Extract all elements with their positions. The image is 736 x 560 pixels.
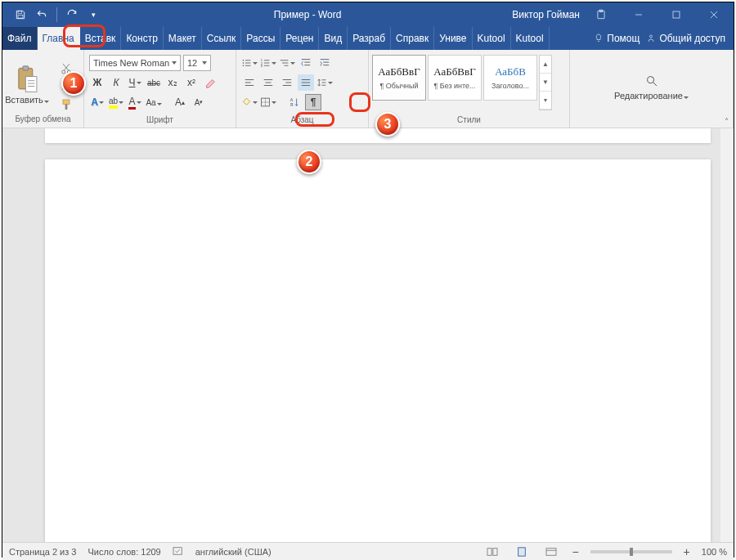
shading-icon[interactable]: [241, 94, 258, 110]
styles-more-icon[interactable]: ▾: [540, 92, 551, 110]
status-proofing-icon[interactable]: [173, 546, 184, 558]
group-font: Times New Roman 12 Ж К Ч abc x₂ x² A: [84, 50, 236, 128]
font-color-icon[interactable]: A: [127, 94, 143, 110]
tab-home[interactable]: Главна: [38, 27, 80, 50]
tab-help[interactable]: Справк: [391, 27, 434, 50]
grow-font-icon[interactable]: A▴: [172, 94, 188, 110]
group-clipboard-label: Буфер обмена: [2, 114, 83, 128]
clear-formatting-icon[interactable]: [202, 74, 218, 91]
underline-button[interactable]: Ч: [127, 74, 143, 91]
highlight-icon[interactable]: ab: [108, 94, 124, 110]
superscript-button[interactable]: x²: [183, 74, 200, 91]
share-icon: [646, 34, 656, 43]
zoom-out-button[interactable]: −: [572, 545, 578, 558]
multilevel-list-icon[interactable]: [279, 55, 295, 71]
search-icon: [645, 74, 658, 87]
tab-mailings[interactable]: Рассы: [241, 27, 280, 50]
font-size-combo[interactable]: 12: [183, 55, 211, 71]
subscript-button[interactable]: x₂: [164, 74, 181, 91]
user-name[interactable]: Виктор Гойман: [512, 9, 580, 20]
increase-indent-icon[interactable]: [316, 55, 333, 71]
group-paragraph: 123: [236, 50, 369, 128]
chevron-down-icon[interactable]: ▼: [540, 74, 551, 92]
line-spacing-icon[interactable]: [316, 74, 333, 91]
tab-kutools[interactable]: Kutool: [473, 27, 511, 50]
tab-file[interactable]: Файл: [2, 27, 38, 50]
text-effects-icon[interactable]: A: [89, 94, 105, 110]
document-page[interactable]: [45, 159, 711, 542]
minimize-icon[interactable]: [622, 2, 655, 27]
bold-button[interactable]: Ж: [89, 74, 105, 91]
editing-button[interactable]: Редактирование: [570, 65, 733, 101]
zoom-slider[interactable]: [590, 550, 672, 553]
tab-view[interactable]: Вид: [319, 27, 348, 50]
close-icon[interactable]: [698, 2, 730, 27]
maximize-icon[interactable]: [660, 2, 693, 27]
paste-label: Вставить: [5, 95, 49, 105]
title-bar: ▾ Пример - Word Виктор Гойман: [2, 2, 734, 27]
tab-references[interactable]: Ссылк: [202, 27, 242, 50]
status-bar: Страница 2 из 3 Число слов: 1209 английс…: [2, 542, 734, 560]
status-language[interactable]: английский (США): [195, 547, 272, 557]
tab-review[interactable]: Рецен: [280, 27, 319, 50]
align-center-icon[interactable]: [260, 74, 276, 91]
format-painter-icon[interactable]: [60, 98, 73, 111]
cut-icon[interactable]: [60, 62, 73, 75]
svg-rect-70: [546, 548, 556, 555]
group-paragraph-label: Абзац: [236, 115, 368, 128]
web-layout-icon[interactable]: [542, 544, 560, 559]
sort-icon[interactable]: AЯ: [286, 94, 303, 110]
user-icon[interactable]: [585, 2, 617, 27]
status-words[interactable]: Число слов: 1209: [88, 547, 160, 557]
style-heading1[interactable]: АаБбВ Заголово...: [483, 55, 537, 101]
vertical-scrollbar[interactable]: [720, 128, 734, 542]
tab-kutools-plus[interactable]: Kutool: [511, 27, 550, 50]
group-font-label: Шрифт: [84, 115, 236, 128]
redo-icon[interactable]: [62, 5, 82, 25]
svg-rect-21: [63, 100, 70, 104]
svg-rect-5: [673, 11, 680, 18]
tab-insert[interactable]: Вставк: [80, 27, 122, 50]
chevron-up-icon[interactable]: ▲: [540, 56, 551, 74]
align-left-icon[interactable]: [241, 74, 258, 91]
style-normal[interactable]: АаБбВвГ ¶ Обычный: [372, 55, 426, 101]
svg-line-17: [64, 64, 70, 70]
status-page[interactable]: Страница 2 из 3: [9, 547, 76, 557]
align-right-icon[interactable]: [279, 74, 295, 91]
numbering-icon[interactable]: 123: [260, 55, 276, 71]
borders-icon[interactable]: [260, 94, 276, 110]
paste-button[interactable]: Вставить: [2, 60, 52, 105]
font-name-combo[interactable]: Times New Roman: [89, 55, 181, 71]
copy-icon[interactable]: [60, 80, 73, 93]
strikethrough-button[interactable]: abc: [146, 74, 162, 91]
svg-point-25: [243, 62, 245, 64]
quick-access-toolbar: ▾: [2, 5, 103, 25]
tab-layout[interactable]: Макет: [164, 27, 202, 50]
qat-customize-icon[interactable]: ▾: [83, 5, 103, 25]
style-no-spacing[interactable]: АаБбВвГ ¶ Без инте...: [428, 55, 482, 101]
svg-point-15: [62, 70, 65, 74]
svg-rect-1: [18, 16, 23, 18]
zoom-level[interactable]: 100 %: [702, 547, 727, 557]
tell-me[interactable]: Помощ: [594, 33, 640, 44]
bullets-icon[interactable]: [241, 55, 258, 71]
svg-point-16: [67, 70, 70, 74]
decrease-indent-icon[interactable]: [298, 55, 314, 71]
change-case-icon[interactable]: Aa: [146, 94, 162, 110]
show-hide-marks-icon[interactable]: ¶: [305, 94, 321, 110]
undo-icon[interactable]: [32, 5, 52, 25]
save-icon[interactable]: [11, 5, 30, 25]
italic-button[interactable]: К: [108, 74, 124, 91]
tab-design[interactable]: Констр: [121, 27, 163, 50]
justify-icon[interactable]: [298, 74, 314, 91]
print-layout-icon[interactable]: [513, 544, 531, 559]
collapse-ribbon-icon[interactable]: ˄: [725, 117, 729, 126]
paste-icon: [16, 65, 38, 93]
tab-developer[interactable]: Разраб: [348, 27, 391, 50]
read-mode-icon[interactable]: [483, 544, 501, 559]
tab-universal[interactable]: Униве: [434, 27, 472, 50]
zoom-in-button[interactable]: +: [684, 545, 690, 558]
share-button[interactable]: Общий доступ: [646, 33, 725, 44]
shrink-font-icon[interactable]: A▾: [191, 94, 207, 110]
styles-gallery-scroll[interactable]: ▲ ▼ ▾: [539, 55, 552, 110]
